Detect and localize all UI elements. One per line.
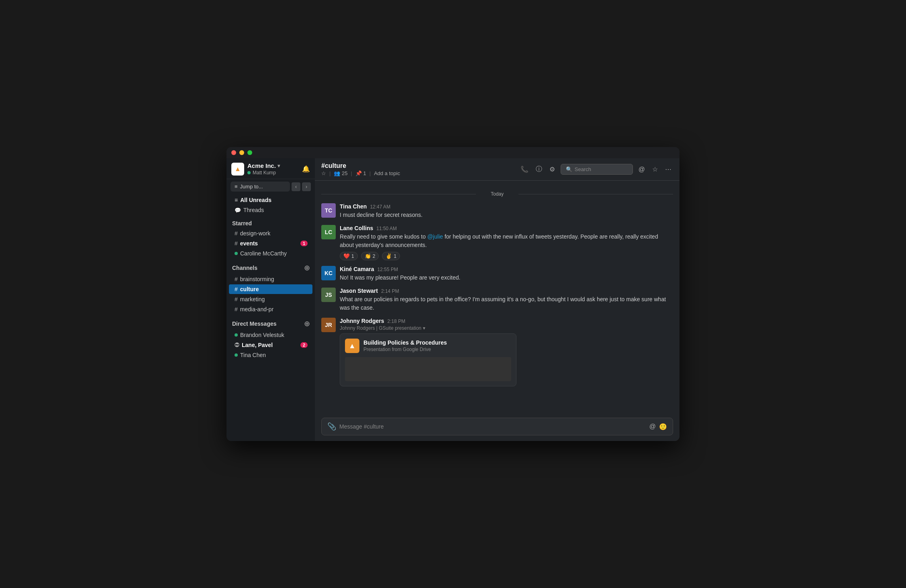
sidebar-item-brandon[interactable]: Brandon Velestuk	[229, 330, 312, 340]
search-icon: 🔍	[566, 166, 572, 172]
sidebar-item-brainstorming[interactable]: # brainstorming	[229, 274, 312, 284]
forward-button[interactable]: ›	[302, 182, 311, 191]
online-status-dot	[247, 171, 251, 174]
gsuite-label: Johnny Rodgers | GSuite presentation ▾	[340, 325, 673, 331]
workspace-header: ▲ Acme Inc. ▾ Matt Kump 🔔	[226, 158, 315, 179]
maximize-dot[interactable]	[247, 150, 252, 155]
close-dot[interactable]	[231, 150, 236, 155]
hash-icon: #	[235, 286, 238, 292]
hash-icon: #	[235, 230, 238, 237]
input-actions: @ 🙂	[649, 423, 667, 431]
sidebar-item-events[interactable]: # events 1	[229, 239, 312, 248]
avatar-tina: TC	[321, 203, 336, 218]
message-input-area: 📎 @ 🙂	[315, 414, 680, 441]
attachment-info: Building Policies & Procedures Presentat…	[363, 339, 447, 352]
bell-icon[interactable]: 🔔	[302, 165, 310, 173]
message-body-3: Kiné Camara 12:55 PM No! It was my pleas…	[340, 266, 673, 282]
message-input[interactable]	[339, 423, 646, 430]
sidebar-item-design-work[interactable]: # design-work	[229, 229, 312, 238]
sidebar-item-threads[interactable]: 💬 Threads	[229, 205, 312, 215]
msg-time-3: 12:55 PM	[378, 267, 398, 272]
message-jason-stewart: JS Jason Stewart 2:14 PM What are our po…	[321, 288, 673, 312]
attachment-header: ▲ Building Policies & Procedures Present…	[345, 339, 511, 353]
starred-icon-button[interactable]: ☆	[651, 164, 659, 175]
message-body-4: Jason Stewart 2:14 PM What are our polic…	[340, 288, 673, 312]
hash-icon: #	[235, 296, 238, 302]
attachment-sub: Presentation from Google Drive	[363, 347, 447, 352]
msg-text-1: I must decline for secret reasons.	[340, 211, 673, 219]
channel-meta: ☆ | 👥 25 | 📌 1 | Add a topic	[321, 170, 514, 176]
more-icon-button[interactable]: ⋯	[663, 164, 673, 175]
channel-title-area: #culture ☆ | 👥 25 | 📌 1 | Add a topic	[321, 162, 514, 176]
attachment-card[interactable]: ▲ Building Policies & Procedures Present…	[340, 333, 516, 386]
sidebar-nav: ≡ All Unreads 💬 Threads Starred # design…	[226, 192, 315, 435]
date-divider: Today	[321, 191, 673, 197]
unreads-icon: ≡	[235, 197, 238, 203]
message-tina-chen: TC Tina Chen 12:47 AM I must decline for…	[321, 203, 673, 219]
jump-to-button[interactable]: ≡ Jump to...	[231, 182, 290, 192]
hash-icon: #	[235, 306, 238, 312]
message-body-2: Lane Collins 11:50 AM Really need to giv…	[340, 225, 673, 260]
reactions-lane: ❤️ 1 👏 2 ✌️ 1	[340, 252, 673, 260]
hash-icon: #	[235, 276, 238, 282]
channel-search-input[interactable]	[575, 166, 628, 172]
sidebar-item-all-unreads[interactable]: ≡ All Unreads	[229, 195, 312, 205]
add-topic-button[interactable]: Add a topic	[374, 170, 400, 176]
sidebar-item-media-and-pr[interactable]: # media-and-pr	[229, 304, 312, 314]
messages-area: Today TC Tina Chen 12:47 AM I must decli…	[315, 181, 680, 414]
msg-text-4: What are our policies in regards to pets…	[340, 295, 673, 312]
caroline-status-dot	[235, 252, 238, 255]
channel-search-box[interactable]: 🔍	[561, 164, 633, 175]
msg-text-2: Really need to give some kudos to @julie…	[340, 233, 673, 249]
msg-author-2: Lane Collins	[340, 225, 373, 231]
info-icon-button[interactable]: ⓘ	[534, 163, 544, 175]
at-icon-button[interactable]: @	[637, 164, 647, 175]
msg-author-1: Tina Chen	[340, 203, 367, 210]
sidebar-item-tina[interactable]: Tina Chen	[229, 350, 312, 360]
sidebar-item-marketing[interactable]: # marketing	[229, 294, 312, 304]
msg-author-3: Kiné Camara	[340, 266, 374, 272]
reaction-heart[interactable]: ❤️ 1	[340, 252, 358, 260]
header-actions: 📞 ⓘ ⚙ 🔍 @ ☆ ⋯	[519, 163, 673, 175]
channels-section-header[interactable]: Channels ⊕	[226, 259, 315, 274]
add-channel-button[interactable]: ⊕	[304, 263, 310, 272]
reaction-clap[interactable]: 👏 2	[361, 252, 379, 260]
settings-icon-button[interactable]: ⚙	[548, 164, 557, 175]
workspace-name[interactable]: Acme Inc. ▾	[247, 162, 280, 169]
avatar-lane: LC	[321, 225, 336, 239]
sidebar-item-caroline[interactable]: Caroline McCarthy	[229, 249, 312, 258]
message-body-5: Johnny Rodgers 2:18 PM Johnny Rodgers | …	[340, 318, 673, 386]
attachment-title: Building Policies & Procedures	[363, 339, 447, 346]
message-body-1: Tina Chen 12:47 AM I must decline for se…	[340, 203, 673, 219]
mention-julie[interactable]: @julie	[427, 233, 443, 240]
at-input-button[interactable]: @	[649, 423, 656, 430]
hash-icon: #	[235, 240, 238, 247]
msg-time-2: 11:50 AM	[376, 226, 397, 231]
msg-time-5: 2:18 PM	[387, 318, 405, 324]
sidebar-item-culture[interactable]: # culture	[229, 284, 312, 294]
channel-name: #culture	[321, 162, 514, 169]
msg-time-1: 12:47 AM	[370, 204, 390, 210]
starred-section-header: Starred	[226, 215, 315, 228]
sidebar-item-lane-pavel[interactable]: ⓶ Lane, Pavel 2	[229, 340, 312, 350]
main-content: #culture ☆ | 👥 25 | 📌 1 | Add a topic	[315, 158, 680, 441]
add-dm-button[interactable]: ⊕	[304, 319, 310, 328]
message-kine-camara: KC Kiné Camara 12:55 PM No! It was my pl…	[321, 266, 673, 282]
member-count[interactable]: 👥 25	[334, 170, 347, 176]
events-badge: 1	[300, 241, 308, 246]
emoji-input-button[interactable]: 🙂	[659, 423, 667, 431]
tina-status-dot	[235, 353, 238, 357]
phone-icon-button[interactable]: 📞	[519, 164, 530, 175]
minimize-dot[interactable]	[239, 150, 244, 155]
msg-author-5: Johnny Rodgers	[340, 318, 384, 324]
dm-section-header[interactable]: Direct Messages ⊕	[226, 314, 315, 330]
reaction-peace[interactable]: ✌️ 1	[382, 252, 400, 260]
message-input-box: 📎 @ 🙂	[321, 418, 673, 435]
star-icon[interactable]: ☆	[321, 170, 326, 176]
back-button[interactable]: ‹	[292, 182, 300, 191]
threads-icon: 💬	[235, 207, 241, 213]
brandon-status-dot	[235, 333, 238, 337]
attach-icon[interactable]: 📎	[327, 422, 336, 431]
pinned-count[interactable]: 📌 1	[355, 170, 366, 176]
message-johnny-rodgers: JR Johnny Rodgers 2:18 PM Johnny Rodgers…	[321, 318, 673, 386]
